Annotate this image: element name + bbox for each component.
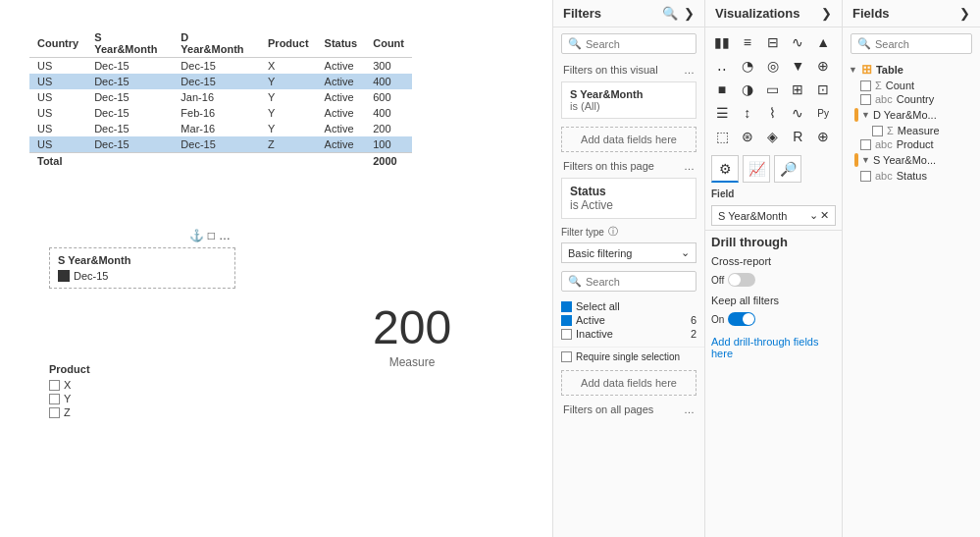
funnel-icon[interactable]: ▼ [787,55,808,77]
line-chart-icon[interactable]: ∿ [787,31,808,53]
add-drill-btn[interactable]: Add drill-through fields here [711,334,836,361]
stacked-bar-icon[interactable]: ≡ [737,31,758,53]
gauge-icon[interactable]: ◑ [737,79,758,100]
inactive-checkbox[interactable] [561,329,572,340]
filter-header-icon[interactable]: 🔍 [662,6,678,21]
treemap-icon[interactable]: ■ [711,79,733,100]
field-clear-icon[interactable]: ✕ [820,209,829,222]
custom-icon4[interactable]: R [787,126,808,147]
field-country-cb[interactable] [860,94,871,105]
field-count-cb[interactable] [860,81,871,91]
fields-search-icon: 🔍 [857,37,871,50]
keep-filters-state: On [711,314,724,325]
explore-btn[interactable]: 🔎 [774,155,801,183]
pie-chart-icon[interactable]: ◔ [737,55,758,77]
python-icon[interactable]: Py [812,102,834,124]
focus-icon[interactable]: □ [208,229,215,242]
active-checkbox[interactable] [561,315,572,326]
filter-type-select[interactable]: Basic filtering ⌄ [561,242,696,263]
card-icon[interactable]: ▭ [762,79,784,100]
matrix-icon[interactable]: ⊡ [812,79,834,100]
table-cell: X [260,58,317,75]
field-product[interactable]: abc Product [843,137,980,151]
product-filter-item-x[interactable]: X [49,379,90,391]
slicer-icon[interactable]: ☰ [711,102,733,124]
keep-filters-toggle[interactable]: On [711,312,836,326]
require-single-row[interactable]: Require single selection [553,347,704,366]
analytics-btn[interactable]: 📈 [743,155,770,183]
clustered-bar-icon[interactable]: ⊟ [762,31,784,53]
map-icon[interactable]: ⊕ [812,55,834,77]
slicer-visual[interactable]: ⚓ □ … S Year&Month Dec-15 [49,247,235,289]
filter-search-input2[interactable] [586,276,705,288]
filter-expand-icon[interactable]: ❯ [684,6,695,21]
filter-option-active[interactable]: Active 6 [561,313,696,327]
filter-option-select-all[interactable]: Select all [561,299,696,313]
d-year-expand-icon[interactable]: ▼ [861,110,870,120]
keep-filters-toggle-track[interactable] [728,312,755,326]
table-icon[interactable]: ⊞ [787,79,808,100]
filters-search-box[interactable]: 🔍 [561,33,696,54]
table-cell: 400 [365,74,412,89]
viz-expand-icon[interactable]: ❯ [821,6,832,21]
product-filter-item-z[interactable]: Z [49,406,90,418]
add-data-fields-visual[interactable]: Add data fields here [561,127,696,152]
slicer-item[interactable]: Dec-15 [58,270,227,282]
slicer-checkbox[interactable] [58,270,70,282]
custom-icon2[interactable]: ⊛ [737,126,758,147]
fields-expand-icon[interactable]: ❯ [959,6,970,21]
add-visual-icon[interactable]: ⊕ [812,126,834,147]
cross-report-toggle[interactable]: Off [711,273,836,287]
data-table: Country S Year&Month D Year&Month Produc… [29,29,412,169]
fields-search-box[interactable]: 🔍 [851,33,972,54]
fields-search-input[interactable] [875,38,980,50]
collapse-icon[interactable]: ▼ [849,65,857,75]
waterfall-icon[interactable]: ↕ [737,102,758,124]
field-dropdown[interactable]: S Year&Month ⌄ ✕ [711,205,836,226]
field-s-year-group[interactable]: ▼ S Year&Mo... [843,151,980,169]
visual-filter-card[interactable]: S Year&Month is (All) [561,81,696,119]
custom-icon1[interactable]: ⬚ [711,126,733,147]
filters-search-input[interactable] [586,38,705,50]
checkbox-y[interactable] [49,394,60,404]
donut-chart-icon[interactable]: ◎ [762,55,784,77]
ribbon-icon[interactable]: ⌇ [762,102,784,124]
format-btn[interactable]: ⚙ [711,155,739,183]
area-chart-icon[interactable]: ▲ [812,31,834,53]
more-dots[interactable]: … [684,64,695,76]
s-year-expand-icon[interactable]: ▼ [861,155,870,165]
bar-chart-icon[interactable]: ▮▮ [711,31,733,53]
require-single-checkbox[interactable] [561,351,572,362]
status-filter-card[interactable]: Status is Active [561,178,696,219]
scatter-chart-icon[interactable]: ․․ [711,55,733,77]
custom-icon3[interactable]: ◈ [762,126,784,147]
select-all-checkbox[interactable] [561,301,572,312]
field-d-year-group[interactable]: ▼ D Year&Mo... [843,106,980,124]
search-icon2: 🔍 [568,275,582,288]
fields-group-table[interactable]: ▼ ⊞ Table [843,60,980,79]
combo-icon[interactable]: ∿ [787,102,808,124]
field-status[interactable]: abc Status [843,169,980,183]
sigma-icon-count: Σ [875,80,882,91]
field-dropdown-chevron[interactable]: ⌄ [809,209,818,222]
all-pages-more[interactable]: … [684,403,695,415]
field-measure[interactable]: Σ Measure [843,124,980,137]
more-icon[interactable]: … [219,229,231,242]
product-filter-item-y[interactable]: Y [49,393,90,404]
field-country[interactable]: abc Country [843,92,980,106]
filter-option-inactive[interactable]: Inactive 2 [561,327,696,341]
filter-icon[interactable]: ⚓ [189,229,204,242]
info-icon[interactable]: ⓘ [608,225,618,239]
add-data-fields2[interactable]: Add data fields here [561,370,696,396]
filter-search-box2[interactable]: 🔍 [561,271,696,292]
field-count[interactable]: Σ Count [843,79,980,92]
page-filter-more[interactable]: … [684,160,695,172]
checkbox-z[interactable] [49,407,60,418]
table-total-cell [317,153,366,170]
checkbox-x[interactable] [49,380,60,391]
field-status-cb[interactable] [860,171,871,182]
table-cell: Dec-15 [86,105,173,121]
field-measure-cb[interactable] [872,126,883,136]
field-product-cb[interactable] [860,139,871,150]
cross-report-toggle-track[interactable] [728,273,755,287]
